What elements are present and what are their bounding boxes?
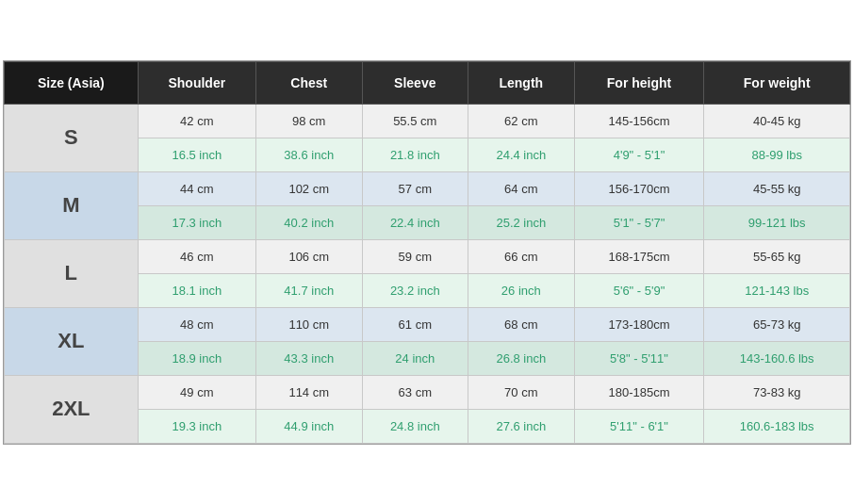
imperial-cell: 44.9 inch	[255, 409, 362, 443]
metric-cell: 114 cm	[255, 375, 362, 409]
size-cell-2xl: 2XL	[5, 375, 139, 443]
table-header-row: Size (Asia)ShoulderChestSleeveLengthFor …	[5, 61, 850, 104]
imperial-cell: 88-99 lbs	[704, 138, 850, 171]
imperial-cell: 5'8" - 5'11"	[574, 341, 704, 375]
metric-cell: 73-83 kg	[704, 375, 850, 409]
metric-cell: 98 cm	[255, 104, 362, 138]
metric-cell: 65-73 kg	[704, 307, 850, 341]
metric-cell: 64 cm	[468, 171, 575, 205]
header-size-asia: Size (Asia)	[5, 61, 139, 104]
imperial-cell: 22.4 inch	[362, 205, 468, 239]
table-row: 2XL49 cm114 cm63 cm70 cm180-185cm73-83 k…	[5, 375, 850, 409]
metric-cell: 110 cm	[255, 307, 362, 341]
size-cell-l: L	[5, 239, 139, 307]
table-row: M44 cm102 cm57 cm64 cm156-170cm45-55 kg	[5, 171, 850, 205]
imperial-cell: 18.1 inch	[138, 273, 255, 307]
metric-cell: 180-185cm	[574, 375, 704, 409]
metric-cell: 62 cm	[468, 104, 575, 138]
header-for-weight: For weight	[704, 61, 850, 104]
imperial-cell: 26.8 inch	[468, 341, 575, 375]
metric-cell: 173-180cm	[574, 307, 704, 341]
metric-cell: 59 cm	[362, 239, 468, 273]
size-cell-xl: XL	[5, 307, 139, 375]
header-shoulder: Shoulder	[138, 61, 255, 104]
imperial-cell: 18.9 inch	[138, 341, 255, 375]
imperial-cell: 5'11" - 6'1"	[574, 409, 704, 443]
metric-cell: 57 cm	[362, 171, 468, 205]
header-for-height: For height	[574, 61, 704, 104]
header-chest: Chest	[255, 61, 362, 104]
imperial-cell: 40.2 inch	[255, 205, 362, 239]
metric-cell: 55-65 kg	[704, 239, 850, 273]
imperial-cell: 21.8 inch	[362, 138, 468, 171]
metric-cell: 156-170cm	[574, 171, 704, 205]
table-row: XL48 cm110 cm61 cm68 cm173-180cm65-73 kg	[5, 307, 850, 341]
metric-cell: 49 cm	[138, 375, 255, 409]
metric-cell: 61 cm	[362, 307, 468, 341]
imperial-cell: 27.6 inch	[468, 409, 575, 443]
header-sleeve: Sleeve	[362, 61, 468, 104]
metric-cell: 44 cm	[138, 171, 255, 205]
metric-cell: 63 cm	[362, 375, 468, 409]
imperial-cell: 121-143 lbs	[704, 273, 850, 307]
metric-cell: 45-55 kg	[704, 171, 850, 205]
imperial-cell: 4'9" - 5'1"	[574, 138, 704, 171]
imperial-cell: 19.3 inch	[138, 409, 255, 443]
imperial-cell: 26 inch	[468, 273, 575, 307]
imperial-cell: 23.2 inch	[362, 273, 468, 307]
header-length: Length	[468, 61, 575, 104]
metric-cell: 46 cm	[138, 239, 255, 273]
metric-cell: 106 cm	[255, 239, 362, 273]
imperial-cell: 17.3 inch	[138, 205, 255, 239]
metric-cell: 145-156cm	[574, 104, 704, 138]
metric-cell: 168-175cm	[574, 239, 704, 273]
imperial-cell: 160.6-183 lbs	[704, 409, 850, 443]
metric-cell: 48 cm	[138, 307, 255, 341]
metric-cell: 102 cm	[255, 171, 362, 205]
metric-cell: 55.5 cm	[362, 104, 468, 138]
imperial-cell: 5'1" - 5'7"	[574, 205, 704, 239]
imperial-cell: 5'6" - 5'9"	[574, 273, 704, 307]
metric-cell: 68 cm	[468, 307, 575, 341]
size-cell-s: S	[5, 104, 139, 171]
imperial-cell: 24.8 inch	[362, 409, 468, 443]
table-row: L46 cm106 cm59 cm66 cm168-175cm55-65 kg	[5, 239, 850, 273]
imperial-cell: 24 inch	[362, 341, 468, 375]
metric-cell: 40-45 kg	[704, 104, 850, 138]
imperial-cell: 16.5 inch	[138, 138, 255, 171]
imperial-cell: 24.4 inch	[468, 138, 575, 171]
size-chart-container: Size (Asia)ShoulderChestSleeveLengthFor …	[3, 60, 851, 445]
imperial-cell: 143-160.6 lbs	[704, 341, 850, 375]
imperial-cell: 43.3 inch	[255, 341, 362, 375]
metric-cell: 66 cm	[468, 239, 575, 273]
imperial-cell: 25.2 inch	[468, 205, 575, 239]
size-cell-m: M	[5, 171, 139, 239]
metric-cell: 70 cm	[468, 375, 575, 409]
imperial-cell: 38.6 inch	[255, 138, 362, 171]
metric-cell: 42 cm	[138, 104, 255, 138]
table-row: S42 cm98 cm55.5 cm62 cm145-156cm40-45 kg	[5, 104, 850, 138]
imperial-cell: 99-121 lbs	[704, 205, 850, 239]
size-chart-table: Size (Asia)ShoulderChestSleeveLengthFor …	[4, 61, 850, 444]
imperial-cell: 41.7 inch	[255, 273, 362, 307]
